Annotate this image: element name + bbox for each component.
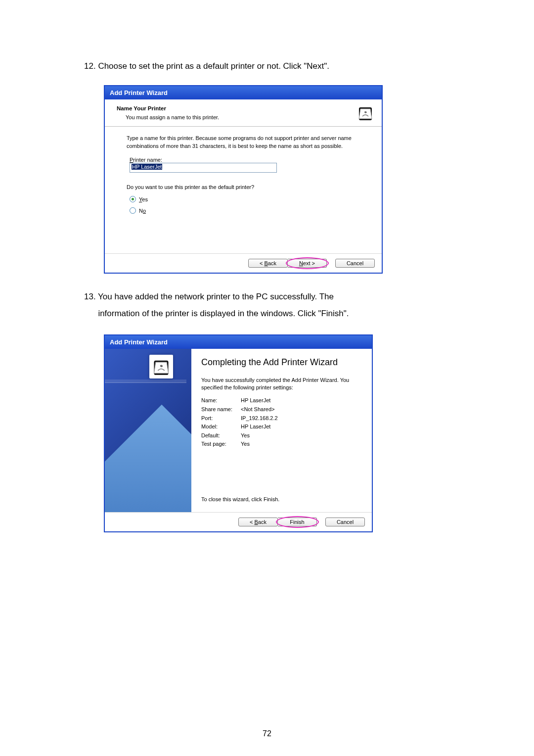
printer-icon: [357, 104, 374, 121]
wizard1-body: Type a name for this printer. Because so…: [105, 127, 382, 253]
step12-num: 12.: [84, 61, 96, 71]
row-share-l: Share name:: [201, 405, 241, 414]
row-model-l: Model:: [201, 423, 241, 431]
svg-marker-1: [359, 109, 372, 119]
wizard1-titlebar: Add Printer Wizard: [105, 86, 382, 99]
step13-line2: information of the printer is displayed …: [98, 309, 349, 318]
row-port-v: IP_192.168.2.2: [241, 414, 278, 423]
wizard1-header-title: Name Your Printer: [117, 105, 357, 111]
row-default-v: Yes: [241, 431, 250, 440]
wizard2-desc: You have successfully completed the Add …: [201, 377, 364, 392]
row-name-v: HP LaserJet: [241, 396, 270, 405]
back-button[interactable]: < Back: [248, 259, 288, 268]
radio-no-icon: [130, 207, 136, 214]
default-question: Do you want to use this printer as the d…: [127, 184, 367, 191]
wizard1-footer: < Back Next > Cancel: [105, 253, 382, 273]
wizard-name-printer: Add Printer Wizard Name Your Printer You…: [104, 85, 383, 274]
wizard2-footer: < Back Finish Cancel: [105, 512, 372, 531]
printer-name-label: Printer name:: [130, 157, 367, 163]
radio-yes[interactable]: Yes: [130, 196, 367, 202]
row-test-v: Yes: [241, 440, 250, 449]
page-number: 72: [0, 729, 534, 738]
settings-table: Name:HP LaserJet Share name:<Not Shared>…: [201, 396, 364, 449]
cancel-button[interactable]: Cancel: [325, 518, 365, 526]
wizard-completing: Add Printer Wizard Completing the Add Pr…: [104, 334, 373, 532]
wizard1-header: Name Your Printer You must assign a name…: [105, 99, 382, 127]
next-button[interactable]: Next >: [288, 259, 327, 268]
wizard1-header-sub: You must assign a name to this printer.: [117, 114, 357, 120]
cancel-button[interactable]: Cancel: [335, 259, 375, 268]
row-port-l: Port:: [201, 414, 241, 423]
step12-body: Choose to set the print as a default pri…: [98, 61, 329, 71]
printer-icon: [149, 355, 173, 378]
wizard1-body-text: Type a name for this printer. Because so…: [127, 135, 367, 150]
row-default-l: Default:: [201, 431, 241, 440]
row-share-v: <Not Shared>: [241, 405, 275, 414]
close-message: To close this wizard, click Finish.: [201, 476, 364, 507]
step13-line1: You have added the network printer to th…: [98, 292, 334, 301]
row-model-v: HP LaserJet: [241, 423, 270, 431]
row-test-l: Test page:: [201, 440, 241, 449]
wizard2-heading: Completing the Add Printer Wizard: [201, 357, 364, 368]
wizard2-titlebar: Add Printer Wizard: [105, 335, 372, 349]
printer-name-input[interactable]: HP LaserJet: [130, 163, 277, 173]
row-name-l: Name:: [201, 396, 241, 405]
radio-yes-icon: [130, 196, 136, 202]
step13-text: 13. You have added the network printer t…: [84, 288, 475, 322]
svg-marker-3: [154, 362, 168, 373]
printer-name-value: HP LaserJet: [132, 164, 162, 170]
back-button[interactable]: < Back: [238, 518, 278, 526]
step13-num: 13.: [84, 292, 96, 301]
wizard2-banner: [105, 349, 191, 512]
step12-text: 12. Choose to set the print as a default…: [84, 59, 475, 73]
radio-no[interactable]: No: [130, 207, 367, 214]
finish-button[interactable]: Finish: [278, 518, 317, 526]
